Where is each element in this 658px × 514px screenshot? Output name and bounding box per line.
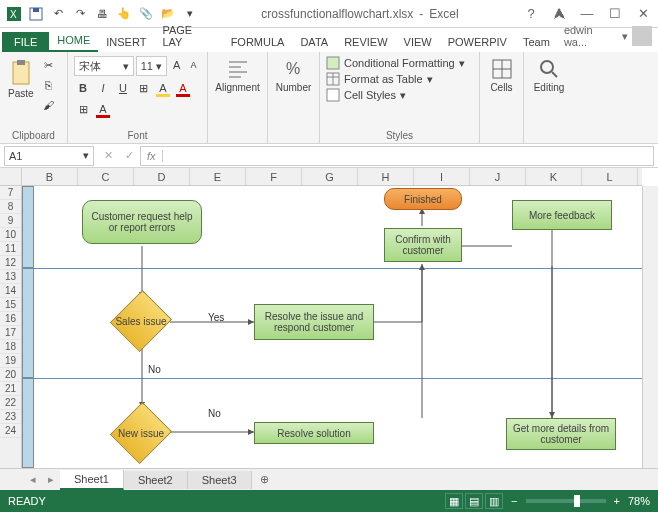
col-header[interactable]: D	[134, 168, 190, 185]
fx-cancel-icon[interactable]: ✕	[98, 149, 119, 162]
zoom-in-icon[interactable]: +	[614, 495, 620, 507]
cells-button[interactable]: Cells	[486, 56, 517, 95]
redo-icon[interactable]: ↷	[70, 4, 90, 24]
paste-button[interactable]: Paste	[6, 56, 36, 114]
col-header[interactable]: J	[470, 168, 526, 185]
fill-color-button[interactable]: A	[154, 79, 172, 97]
sheet-tab-2[interactable]: Sheet2	[124, 471, 188, 489]
alignment-button[interactable]: Alignment	[214, 56, 261, 95]
touch-icon[interactable]: 👆	[114, 4, 134, 24]
zoom-out-icon[interactable]: −	[511, 495, 517, 507]
number-button[interactable]: % Number	[274, 56, 313, 95]
col-header[interactable]: E	[190, 168, 246, 185]
col-header[interactable]: I	[414, 168, 470, 185]
decrease-font-icon[interactable]: A	[186, 56, 201, 74]
tab-pagelayout[interactable]: PAGE LAY	[154, 20, 222, 52]
border-button[interactable]: ⊞	[134, 79, 152, 97]
row-header[interactable]: 19	[0, 354, 21, 368]
tab-home[interactable]: HOME	[49, 30, 98, 52]
add-sheet-button[interactable]: ⊕	[252, 470, 277, 489]
cut-icon[interactable]: ✂	[40, 56, 58, 74]
tab-view[interactable]: VIEW	[396, 32, 440, 52]
grid-canvas[interactable]: Customer request help or report errors F…	[22, 186, 642, 468]
shape-sales-issue[interactable]: Sales issue	[116, 296, 166, 346]
excel-icon[interactable]: X	[4, 4, 24, 24]
copy-icon[interactable]: ⎘	[40, 76, 58, 94]
phonetic-button[interactable]: ⊞	[74, 100, 92, 118]
row-header[interactable]: 16	[0, 312, 21, 326]
formula-bar[interactable]: fx	[140, 146, 654, 166]
shape-resolve-issue[interactable]: Resolve the issue and respond customer	[254, 304, 374, 340]
tab-review[interactable]: REVIEW	[336, 32, 395, 52]
col-header[interactable]: H	[358, 168, 414, 185]
sheet-tab-1[interactable]: Sheet1	[60, 470, 124, 490]
tab-formula[interactable]: FORMULA	[223, 32, 293, 52]
normal-view-icon[interactable]: ▦	[445, 493, 463, 509]
row-header[interactable]: 18	[0, 340, 21, 354]
font-name-select[interactable]: 宋体▾	[74, 56, 134, 76]
name-box[interactable]: A1▾	[4, 146, 94, 166]
page-break-view-icon[interactable]: ▥	[485, 493, 503, 509]
select-all-corner[interactable]	[0, 168, 22, 186]
font-color-button[interactable]: A	[174, 79, 192, 97]
vertical-scrollbar[interactable]	[642, 186, 658, 468]
row-header[interactable]: 21	[0, 382, 21, 396]
page-layout-view-icon[interactable]: ▤	[465, 493, 483, 509]
undo-icon[interactable]: ↶	[48, 4, 68, 24]
font-size-select[interactable]: 11▾	[136, 56, 168, 76]
print-icon[interactable]: 🖶	[92, 4, 112, 24]
increase-font-icon[interactable]: A	[169, 56, 184, 74]
shape-get-details[interactable]: Get more details from customer	[506, 418, 616, 450]
row-header[interactable]: 7	[0, 186, 21, 200]
row-header[interactable]: 24	[0, 424, 21, 438]
help-icon[interactable]: ?	[520, 4, 542, 24]
sheet-nav-prev-icon[interactable]: ◂	[24, 473, 42, 486]
format-painter-icon[interactable]: 🖌	[40, 96, 58, 114]
row-header[interactable]: 14	[0, 284, 21, 298]
col-header[interactable]: L	[582, 168, 638, 185]
row-header[interactable]: 17	[0, 326, 21, 340]
col-header[interactable]: G	[302, 168, 358, 185]
row-header[interactable]: 15	[0, 298, 21, 312]
row-header[interactable]: 20	[0, 368, 21, 382]
shape-new-issue[interactable]: New issue	[116, 408, 166, 458]
row-header[interactable]: 11	[0, 242, 21, 256]
tab-file[interactable]: FILE	[2, 32, 49, 52]
italic-button[interactable]: I	[94, 79, 112, 97]
cell-styles-button[interactable]: Cell Styles▾	[326, 88, 473, 102]
zoom-thumb[interactable]	[574, 495, 580, 507]
format-as-table-button[interactable]: Format as Table▾	[326, 72, 473, 86]
tab-powerpiv[interactable]: POWERPIV	[440, 32, 515, 52]
shape-confirm[interactable]: Confirm with customer	[384, 228, 462, 262]
underline-button[interactable]: U	[114, 79, 132, 97]
col-header[interactable]: K	[526, 168, 582, 185]
row-header[interactable]: 8	[0, 200, 21, 214]
bold-button[interactable]: B	[74, 79, 92, 97]
save-icon[interactable]	[26, 4, 46, 24]
row-header[interactable]: 10	[0, 228, 21, 242]
col-header[interactable]: C	[78, 168, 134, 185]
zoom-slider[interactable]	[526, 499, 606, 503]
fx-accept-icon[interactable]: ✓	[119, 149, 140, 162]
zoom-level[interactable]: 78%	[628, 495, 650, 507]
shape-resolve-solution[interactable]: Resolve solution	[254, 422, 374, 444]
row-header[interactable]: 12	[0, 256, 21, 270]
row-header[interactable]: 22	[0, 396, 21, 410]
row-header[interactable]: 13	[0, 270, 21, 284]
row-header[interactable]: 9	[0, 214, 21, 228]
row-header[interactable]: 23	[0, 410, 21, 424]
col-header[interactable]: F	[246, 168, 302, 185]
attach-icon[interactable]: 📎	[136, 4, 156, 24]
tab-insert[interactable]: INSERT	[98, 32, 154, 52]
tab-data[interactable]: DATA	[292, 32, 336, 52]
conditional-formatting-button[interactable]: Conditional Formatting▾	[326, 56, 473, 70]
col-header[interactable]: B	[22, 168, 78, 185]
shape-customer-request[interactable]: Customer request help or report errors	[82, 200, 202, 244]
shape-finished[interactable]: Finished	[384, 188, 462, 210]
account-area[interactable]: edwin wa... ▾	[558, 20, 658, 52]
tab-team[interactable]: Team	[515, 32, 558, 52]
sheet-nav-next-icon[interactable]: ▸	[42, 473, 60, 486]
sheet-tab-3[interactable]: Sheet3	[188, 471, 252, 489]
editing-button[interactable]: Editing	[530, 56, 568, 95]
shape-more-feedback[interactable]: More feedback	[512, 200, 612, 230]
